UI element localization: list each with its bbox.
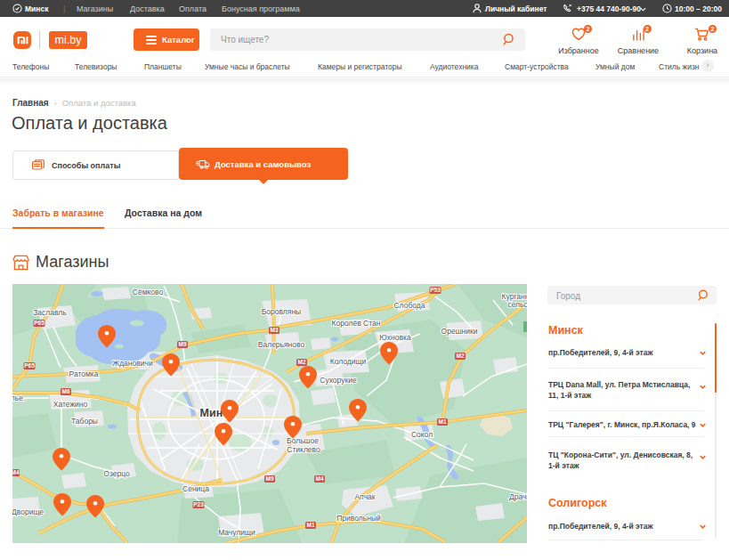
svg-text:М1: М1 <box>306 522 314 528</box>
svg-text:Сокол: Сокол <box>411 430 433 439</box>
svg-text:P65: P65 <box>24 362 35 369</box>
svg-text:М3: М3 <box>270 327 278 333</box>
svg-text:М9: М9 <box>265 475 273 482</box>
svg-text:лье.: лье. <box>12 394 25 402</box>
svg-text:Привольный: Привольный <box>336 514 381 523</box>
svg-text:М4: М4 <box>12 469 20 475</box>
svg-text:Сёмково: Сёмково <box>133 288 164 296</box>
svg-text:Сухорукие: Сухорукие <box>320 376 357 385</box>
svg-text:P53: P53 <box>430 287 441 293</box>
svg-text:Заславль: Заславль <box>33 308 67 317</box>
svg-text:М2: М2 <box>297 359 305 365</box>
svg-text:Слобода: Слобода <box>393 301 425 310</box>
svg-text:Ждановичи: Ждановичи <box>112 359 153 368</box>
svg-text:Большое: Большое <box>287 436 319 445</box>
svg-text:Драчн: Драчн <box>509 492 527 501</box>
svg-text:Колодищи: Колодищи <box>330 357 367 366</box>
svg-text:М6: М6 <box>61 388 69 394</box>
svg-text:Дворище: Дворище <box>12 507 44 516</box>
svg-text:Боровляны: Боровляны <box>262 307 301 316</box>
svg-text:М4: М4 <box>315 475 323 482</box>
svg-text:Орешники: Орешники <box>441 327 478 336</box>
svg-text:Сеница: Сеница <box>182 484 209 493</box>
svg-text:М2: М2 <box>456 353 464 359</box>
svg-text:М9: М9 <box>178 341 186 347</box>
svg-text:сельсо: сельсо <box>507 300 527 309</box>
svg-text:Стиклево: Стиклево <box>287 445 320 454</box>
svg-text:Валерьяново: Валерьяново <box>258 340 305 349</box>
svg-text:Хатежино: Хатежино <box>53 400 88 409</box>
svg-text:P65: P65 <box>34 320 45 326</box>
svg-text:Таборы: Таборы <box>71 417 98 426</box>
svg-text:Ратомка: Ратомка <box>69 369 99 378</box>
svg-text:Мачулищи: Мачулищи <box>218 528 255 537</box>
svg-text:М1: М1 <box>438 418 446 425</box>
svg-text:P23: P23 <box>193 501 204 507</box>
svg-text:Королёв Стан: Королёв Стан <box>332 319 381 328</box>
svg-text:Юхновка: Юхновка <box>379 333 411 342</box>
svg-text:Апчак: Апчак <box>354 492 375 501</box>
svg-text:Озерцо: Озерцо <box>103 469 130 478</box>
